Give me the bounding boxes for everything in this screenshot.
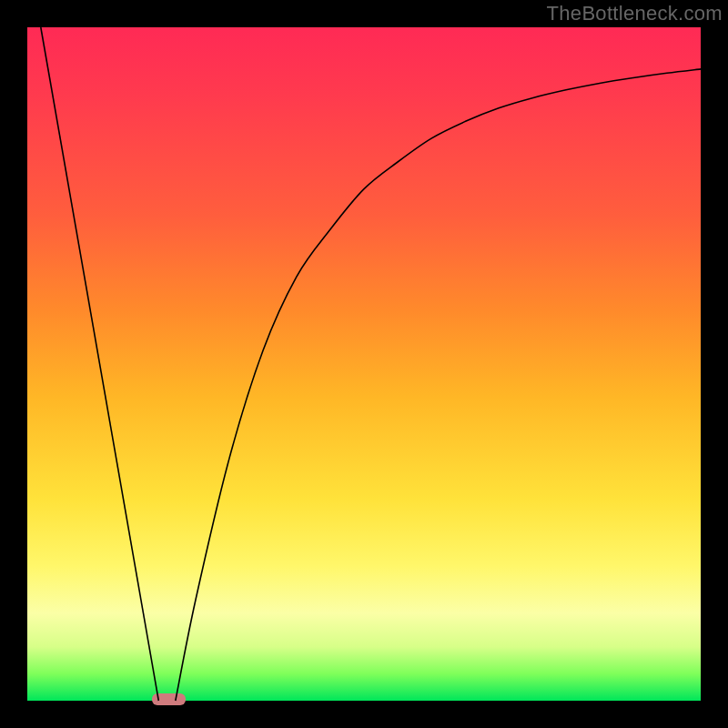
chart-stage: TheBottleneck.com xyxy=(0,0,728,728)
chart-left-segment xyxy=(41,27,159,701)
chart-right-segment xyxy=(176,69,701,701)
plot-area xyxy=(27,27,701,701)
watermark-text: TheBottleneck.com xyxy=(547,2,723,25)
chart-curve-layer xyxy=(27,27,701,701)
